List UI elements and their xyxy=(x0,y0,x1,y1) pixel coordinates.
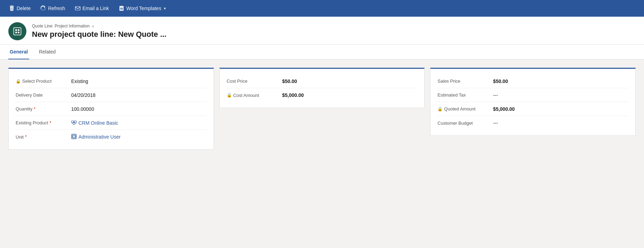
svg-rect-9 xyxy=(18,32,19,33)
svg-rect-1 xyxy=(11,6,13,6)
header-area: Quote Line: Project Information ∨ New pr… xyxy=(0,17,644,45)
email-link-label: Email a Link xyxy=(83,6,109,11)
svg-rect-2 xyxy=(75,7,80,10)
label-estimated-tax: Estimated Tax xyxy=(437,92,493,98)
label-delivery-date: Delivery Date xyxy=(16,92,71,98)
tab-related[interactable]: Related xyxy=(37,45,57,59)
word-templates-label: Word Templates xyxy=(126,6,161,11)
field-row-customer-budget: Customer Budget --- xyxy=(437,116,628,130)
page-title: New project quote line: New Quote ... xyxy=(32,30,166,39)
field-row-unit: Unit * Administrative User xyxy=(16,130,207,144)
product-icon xyxy=(71,119,77,126)
label-existing-product: Existing Product * xyxy=(16,120,71,125)
breadcrumb-chevron[interactable]: ∨ xyxy=(92,24,94,28)
card-middle: Cost Price $50.00 🔒 Cost Amount $5,000.0… xyxy=(219,68,425,108)
label-cost-amount: 🔒 Cost Amount xyxy=(227,93,282,98)
label-quoted-amount: 🔒 Quoted Amount xyxy=(437,106,493,111)
label-quantity: Quantity * xyxy=(16,106,71,111)
label-customer-budget: Customer Budget xyxy=(437,121,493,126)
value-select-product[interactable]: Existing xyxy=(71,78,88,84)
lock-icon-select-product: 🔒 xyxy=(16,79,21,84)
svg-rect-10 xyxy=(72,121,74,123)
svg-text:W: W xyxy=(120,7,123,10)
delete-label: Delete xyxy=(17,6,31,11)
word-templates-chevron: ▾ xyxy=(164,6,166,11)
field-row-estimated-tax: Estimated Tax --- xyxy=(437,88,628,102)
main-content: 🔒 Select Product Existing Delivery Date … xyxy=(0,59,644,248)
entity-icon xyxy=(8,22,26,40)
unit-icon xyxy=(71,134,77,140)
svg-rect-5 xyxy=(14,28,21,35)
value-cost-amount[interactable]: $5,000.00 xyxy=(282,92,304,98)
field-row-quantity: Quantity * 100.00000 xyxy=(16,102,207,116)
cards-row: 🔒 Select Product Existing Delivery Date … xyxy=(8,68,636,150)
value-delivery-date[interactable]: 04/20/2018 xyxy=(71,92,95,98)
word-templates-button[interactable]: W Word Templates ▾ xyxy=(115,3,170,13)
header-text: Quote Line: Project Information ∨ New pr… xyxy=(32,24,166,39)
label-select-product: 🔒 Select Product xyxy=(16,78,71,84)
refresh-icon xyxy=(40,6,46,11)
value-quantity[interactable]: 100.00000 xyxy=(71,106,94,112)
svg-rect-8 xyxy=(15,32,17,33)
email-icon xyxy=(75,6,81,11)
label-cost-price: Cost Price xyxy=(227,78,282,84)
field-row-cost-price: Cost Price $50.00 xyxy=(227,74,418,88)
svg-rect-15 xyxy=(73,135,75,138)
required-star-unit: * xyxy=(25,134,27,139)
tab-general[interactable]: General xyxy=(8,45,29,59)
delete-button[interactable]: Delete xyxy=(6,3,34,13)
required-star-existing-product: * xyxy=(50,121,51,125)
email-link-button[interactable]: Email a Link xyxy=(72,3,112,13)
breadcrumb-text: Quote Line: Project Information xyxy=(32,24,90,28)
field-row-existing-product: Existing Product * CRM Online Basic xyxy=(16,116,207,130)
card-right: Sales Price $50.00 Estimated Tax --- 🔒 Q… xyxy=(430,68,636,136)
toolbar: Delete Refresh Email a Link W Word Templ… xyxy=(0,0,644,17)
value-existing-product[interactable]: CRM Online Basic xyxy=(71,119,118,126)
field-row-sales-price: Sales Price $50.00 xyxy=(437,74,628,88)
svg-rect-12 xyxy=(73,122,75,124)
field-row-quoted-amount: 🔒 Quoted Amount $5,000.00 xyxy=(437,102,628,116)
value-unit[interactable]: Administrative User xyxy=(71,134,120,140)
label-unit: Unit * xyxy=(16,134,71,140)
field-row-delivery-date: Delivery Date 04/20/2018 xyxy=(16,88,207,102)
value-estimated-tax[interactable]: --- xyxy=(493,92,498,98)
value-cost-price[interactable]: $50.00 xyxy=(282,78,297,84)
breadcrumb: Quote Line: Project Information ∨ xyxy=(32,24,166,28)
word-icon: W xyxy=(119,6,124,11)
label-sales-price: Sales Price xyxy=(437,78,493,84)
svg-rect-11 xyxy=(74,121,76,123)
refresh-button[interactable]: Refresh xyxy=(37,3,68,13)
lock-icon-quoted-amount: 🔒 xyxy=(437,107,443,111)
value-customer-budget[interactable]: --- xyxy=(493,120,498,126)
value-sales-price[interactable]: $50.00 xyxy=(493,78,508,84)
tabs-bar: General Related xyxy=(0,45,644,59)
delete-icon xyxy=(9,6,15,11)
value-quoted-amount[interactable]: $5,000.00 xyxy=(493,106,515,112)
field-row-cost-amount: 🔒 Cost Amount $5,000.00 xyxy=(227,88,418,102)
lock-icon-cost-amount: 🔒 xyxy=(227,93,232,98)
svg-rect-7 xyxy=(18,29,19,31)
required-star-quantity: * xyxy=(34,107,35,111)
svg-rect-6 xyxy=(15,29,17,31)
refresh-label: Refresh xyxy=(48,6,65,11)
card-left: 🔒 Select Product Existing Delivery Date … xyxy=(8,68,214,150)
field-row-select-product: 🔒 Select Product Existing xyxy=(16,74,207,88)
